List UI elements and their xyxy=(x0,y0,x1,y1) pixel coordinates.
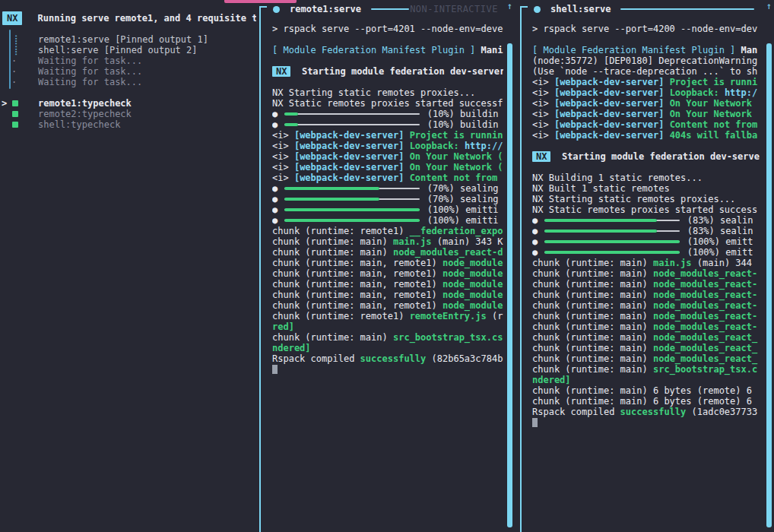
terminal-line xyxy=(272,77,503,87)
terminal-line xyxy=(272,55,503,66)
terminal-cursor xyxy=(272,365,278,374)
terminal-line: chunk (runtime: main) node_modules_react… xyxy=(532,311,763,321)
scrollbar[interactable] xyxy=(766,43,772,527)
pane-title: remote1:serve xyxy=(290,4,361,14)
terminal-line: <i> [webpack-dev-server] Content not fro… xyxy=(532,119,763,130)
mode-label: NON-INTERACTIVE xyxy=(410,4,498,14)
terminal-line: Rspack compiled successfully (82b65a3c78… xyxy=(272,353,503,364)
terminal-line: ● (100%) emitti xyxy=(272,204,503,215)
terminal-line: [ Module Federation Manifest Plugin ] Ma… xyxy=(272,45,503,55)
pane-header: shell:serve xyxy=(534,3,754,15)
terminal-line: <i> [webpack-dev-server] On Your Network xyxy=(532,109,763,119)
terminal-line xyxy=(532,34,763,45)
waiting-dot-icon: · xyxy=(11,77,17,87)
task-label: Waiting for task... xyxy=(38,55,255,66)
terminal-line: <i> [webpack-dev-server] On Your Network xyxy=(532,98,763,109)
terminal-line: chunk (runtime: main) node_modules_react… xyxy=(532,268,763,279)
terminal-line: NX Static remotes proxies started succes… xyxy=(272,98,503,109)
terminal-output[interactable]: > rspack serve --port=4200 --node-env=de… xyxy=(532,24,763,532)
pane-title: shell:serve xyxy=(550,4,611,14)
task-label: remote2:typecheck xyxy=(38,109,255,119)
task-list-panel[interactable]: NX Running serve remote1, and 4 requisit… xyxy=(0,0,259,532)
terminal-line: ● (83%) sealin xyxy=(532,215,763,226)
task-status-icon xyxy=(12,111,18,117)
terminal-line: chunk (runtime: main) node_modules_react… xyxy=(532,343,763,353)
terminal-line: NX Starting module federation dev-serve xyxy=(532,151,763,162)
task-row[interactable]: ·Waiting for task... xyxy=(0,55,259,66)
terminal-line: NX Built 1 static remotes xyxy=(532,183,763,194)
terminal-line: ndered] xyxy=(532,375,763,385)
terminal-line: chunk (runtime: main) node_modules_react… xyxy=(532,300,763,311)
terminal-line: Rspack compiled successfully (1adc0e3773… xyxy=(532,407,763,417)
progress-bar xyxy=(544,252,680,253)
terminal-line: chunk (runtime: main) node_modules_react… xyxy=(532,279,763,290)
terminal-line: chunk (runtime: main) node_modules_react… xyxy=(532,321,763,332)
scroll-up-icon[interactable]: ↑ xyxy=(766,1,772,11)
task-row[interactable]: >remote1:typecheck xyxy=(0,98,259,109)
progress-bar xyxy=(544,230,680,232)
task-row[interactable]: ⢸remote1:serve [Pinned output 1] xyxy=(0,34,259,45)
terminal-line: (Use `node --trace-deprecation ...` to s… xyxy=(532,66,763,77)
running-bullet-icon xyxy=(534,6,541,13)
task-row[interactable]: ·Waiting for task... xyxy=(0,77,259,87)
terminal-line: > rspack serve --port=4200 --node-env=de… xyxy=(532,24,763,34)
pane-shell-serve[interactable]: shell:serve ↑ > rspack serve --port=4200… xyxy=(520,0,774,532)
progress-bar xyxy=(284,220,420,221)
terminal-line: <i> [webpack-dev-server] Project is runn… xyxy=(272,130,503,141)
terminal-line: chunk (runtime: main, remote1) node_modu… xyxy=(272,268,503,279)
pane-border xyxy=(520,6,522,532)
progress-bar xyxy=(544,241,680,242)
terminal-line: chunk (runtime: main) node_modules_react… xyxy=(532,290,763,300)
terminal-line: chunk (runtime: main) node_modules_react… xyxy=(272,247,503,258)
task-row[interactable]: ·Waiting for task... xyxy=(0,66,259,77)
progress-bar xyxy=(544,220,680,221)
terminal-line: ndered] xyxy=(272,343,503,353)
terminal-line: red] xyxy=(272,321,503,332)
terminal-line: chunk (runtime: main) main.js (main) 343… xyxy=(272,236,503,247)
pane-border xyxy=(259,6,261,532)
terminal-line: chunk (runtime: main, remote1) node_modu… xyxy=(272,279,503,290)
terminal-line xyxy=(272,34,503,45)
terminal-line: NX Building 1 static remotes... xyxy=(532,173,763,183)
terminal-line xyxy=(532,417,763,428)
terminal-line: ● (10%) buildin xyxy=(272,109,503,119)
terminal-line: ● (83%) sealin xyxy=(532,226,763,236)
terminal-line: <i> [webpack-dev-server] On Your Network… xyxy=(272,151,503,162)
terminal-line: chunk (runtime: main) 6 bytes (remote) 6 xyxy=(532,385,763,396)
terminal-line xyxy=(532,162,763,173)
terminal-line: ● (70%) sealing xyxy=(272,194,503,204)
terminal-line: chunk (runtime: main) src_bootstrap_tsx.… xyxy=(532,364,763,375)
terminal-line: chunk (runtime: main, remote1) node_modu… xyxy=(272,258,503,268)
task-row[interactable]: shell:typecheck xyxy=(0,119,259,130)
scrollbar[interactable] xyxy=(507,43,512,527)
header-rule xyxy=(371,8,409,10)
progress-bar xyxy=(284,188,420,189)
terminal-line: <i> [webpack-dev-server] 404s will fallb… xyxy=(532,130,763,141)
terminal-line: chunk (runtime: main) 6 bytes (remote) 6 xyxy=(532,396,763,407)
scroll-up-icon[interactable]: ↑ xyxy=(507,1,512,11)
terminal-line: chunk (runtime: main, remote1) node_modu… xyxy=(272,290,503,300)
task-row[interactable]: remote2:typecheck xyxy=(0,109,259,119)
running-bullet-icon xyxy=(273,6,280,13)
terminal-line: NX Starting module federation dev-server xyxy=(272,66,503,77)
terminal-output[interactable]: > rspack serve --port=4201 --node-env=de… xyxy=(272,24,503,532)
terminal-line: ● (100%) emitt xyxy=(532,247,763,258)
terminal-line: <i> [webpack-dev-server] Content not fro… xyxy=(272,173,503,183)
terminal-line: [ Module Federation Manifest Plugin ] Ma… xyxy=(532,45,763,55)
terminal-cursor xyxy=(532,418,538,427)
task-label: remote1:serve [Pinned output 1] xyxy=(38,34,255,45)
pane-remote1-serve[interactable]: remote1:serve NON-INTERACTIVE ↑ > rspack… xyxy=(259,0,518,532)
terminal-line: NX Starting static remotes proxies... xyxy=(532,194,763,204)
terminal-line: ● (100%) emitt xyxy=(532,236,763,247)
run-header: NX Running serve remote1, and 4 requisit… xyxy=(2,11,256,26)
terminal-line: ● (10%) buildin xyxy=(272,119,503,130)
task-row[interactable]: ⢸shell:serve [Pinned output 2] xyxy=(0,45,259,55)
task-label: shell:typecheck xyxy=(38,119,255,130)
terminal-line: chunk (runtime: main, remote1) node_modu… xyxy=(272,300,503,311)
spinner-icon: ⢸ xyxy=(11,34,18,45)
header-rule xyxy=(620,8,754,10)
terminal-line: NX Static remotes proxies started succes… xyxy=(532,204,763,215)
terminal-line: chunk (runtime: remote1) __federation_ex… xyxy=(272,226,503,236)
spinner-icon: ⢸ xyxy=(11,45,18,55)
terminal-line: (node:35772) [DEP0180] DeprecationWarnin… xyxy=(532,55,763,66)
